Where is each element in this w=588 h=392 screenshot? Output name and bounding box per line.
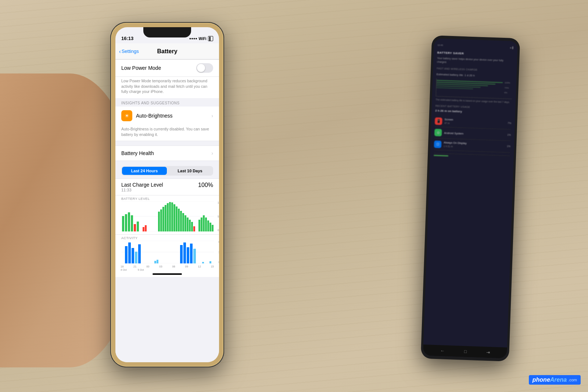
- svg-rect-16: [169, 202, 171, 231]
- svg-rect-28: [198, 220, 200, 231]
- time-range-segmented[interactable]: Last 24 Hours Last 10 Days: [121, 166, 213, 176]
- svg-rect-4: [125, 214, 127, 231]
- android-app-info: Android System: [444, 131, 505, 137]
- svg-rect-48: [190, 244, 193, 263]
- svg-rect-18: [173, 204, 175, 231]
- battery-level-chart: [121, 201, 214, 231]
- status-icons: ●●●● WiFi ▌: [189, 36, 213, 41]
- svg-rect-49: [193, 249, 196, 263]
- toggle-knob: [197, 64, 205, 72]
- svg-rect-32: [207, 220, 209, 231]
- svg-rect-42: [138, 244, 141, 263]
- samsung-bar-chart: 100% 74% 0%: [436, 78, 513, 99]
- svg-rect-51: [209, 261, 211, 263]
- status-time: 16:13: [121, 36, 133, 41]
- svg-rect-44: [157, 260, 158, 263]
- svg-rect-39: [128, 242, 131, 263]
- x-label-15: 15: [211, 265, 214, 268]
- y-label-50: 50%: [218, 215, 219, 218]
- battery-level-header: BATTERY LEVEL: [115, 195, 219, 201]
- last-10-days-button[interactable]: Last 10 Days: [168, 167, 212, 175]
- x-label-09: 09: [185, 265, 188, 268]
- svg-text:100%: 100%: [505, 82, 510, 84]
- battery-icon: ▌: [208, 36, 213, 41]
- samsung-recents-icon[interactable]: ⇥: [486, 350, 490, 355]
- android-app-icon: ⚙: [434, 129, 442, 137]
- x-date-5oct: 5 Oct: [138, 269, 144, 271]
- x-label-03: 03: [159, 265, 162, 268]
- svg-rect-3: [122, 216, 124, 231]
- svg-rect-24: [187, 217, 189, 231]
- svg-text:74%: 74%: [504, 87, 509, 89]
- svg-rect-38: [125, 246, 128, 263]
- activity-chart: [121, 241, 214, 263]
- back-chevron: ‹: [119, 48, 121, 54]
- svg-rect-26: [191, 222, 193, 231]
- back-label[interactable]: Settings: [122, 48, 139, 54]
- aod-app-icon: ◫: [434, 140, 442, 148]
- x-label-18: 18: [121, 265, 123, 268]
- low-power-description: Low Power Mode temporarily reduces backg…: [115, 77, 219, 98]
- svg-rect-46: [183, 242, 186, 263]
- watermark-domain: .com: [568, 378, 577, 382]
- x-label-12: 12: [198, 265, 201, 268]
- samsung-suggestion-bar: [434, 155, 448, 157]
- samsung-home-icon[interactable]: □: [464, 349, 467, 354]
- svg-rect-11: [158, 212, 160, 231]
- last-charge-label: Last Charge Level: [121, 182, 163, 188]
- back-button[interactable]: ‹ Settings: [119, 48, 139, 54]
- android-app-name: Android System: [444, 131, 505, 137]
- svg-rect-41: [135, 252, 137, 263]
- svg-rect-34: [212, 225, 214, 231]
- battery-health-row[interactable]: Battery Health ›: [115, 145, 219, 161]
- svg-rect-19: [176, 206, 178, 231]
- svg-rect-12: [160, 209, 162, 231]
- last-charge-row: Last Charge Level 11:33 100%: [115, 179, 219, 195]
- x-date-4oct: 4 Oct: [121, 269, 127, 271]
- android-app-pct: 1%: [507, 133, 511, 137]
- svg-rect-21: [180, 211, 182, 231]
- signal-icon: ●●●●: [189, 37, 197, 40]
- insights-header: INSIGHTS AND SUGGESTIONS: [115, 98, 219, 107]
- low-power-mode-label: Low Power Mode: [121, 65, 161, 71]
- svg-rect-25: [189, 220, 191, 231]
- low-power-mode-row[interactable]: Low Power Mode: [115, 60, 219, 77]
- y-label-100: 100%: [218, 201, 219, 204]
- activity-y-0: 0m: [218, 261, 219, 263]
- svg-rect-55: [437, 85, 481, 87]
- auto-brightness-icon: ☀: [121, 110, 132, 121]
- samsung-time: 12:45: [437, 44, 443, 47]
- samsung-charge-label: FAST AND WIRELESS CHARGE: [437, 66, 513, 73]
- svg-rect-9: [143, 227, 144, 231]
- samsung-content: 12:45 ▲ ▌ BATTERY SAVER Your battery sav…: [430, 38, 518, 165]
- svg-rect-7: [134, 224, 136, 231]
- last-charge-time: 11:33: [121, 188, 163, 192]
- samsung-battery-svg: 100% 74% 0%: [436, 78, 510, 99]
- samsung-app-aod: ◫ Always On Display 1 h 31 m 1%: [434, 139, 511, 153]
- svg-rect-13: [162, 207, 164, 231]
- samsung-device: 12:45 ▲ ▌ BATTERY SAVER Your battery sav…: [421, 35, 520, 362]
- last-24-hours-button[interactable]: Last 24 Hours: [122, 167, 167, 175]
- auto-brightness-row[interactable]: ☀ Auto-Brightness ›: [115, 107, 219, 125]
- settings-content: Low Power Mode Low Power Mode temporaril…: [115, 60, 219, 362]
- samsung-back-icon[interactable]: ←: [440, 348, 445, 353]
- svg-rect-29: [201, 217, 202, 231]
- svg-rect-33: [209, 223, 211, 231]
- samsung-status-icons: ▲ ▌: [509, 46, 514, 49]
- svg-rect-5: [128, 212, 130, 231]
- watermark-brand: phoneArena: [533, 377, 567, 383]
- y-label-0: 0%: [218, 229, 219, 231]
- last-charge-info: Last Charge Level 11:33: [121, 182, 163, 192]
- samsung-screen: 12:45 ▲ ▌ BATTERY SAVER Your battery sav…: [423, 38, 518, 358]
- svg-rect-22: [182, 213, 184, 231]
- auto-brightness-chevron: ›: [211, 113, 213, 119]
- auto-brightness-label: Auto-Brightness: [136, 113, 208, 119]
- svg-rect-8: [137, 222, 139, 231]
- svg-rect-50: [202, 262, 204, 263]
- x-label-06: 06: [172, 265, 175, 268]
- svg-rect-17: [171, 202, 173, 231]
- low-power-toggle[interactable]: [196, 63, 213, 73]
- wifi-icon: WiFi: [199, 37, 207, 41]
- svg-rect-23: [184, 215, 186, 231]
- aod-app-pct: 1%: [507, 145, 510, 149]
